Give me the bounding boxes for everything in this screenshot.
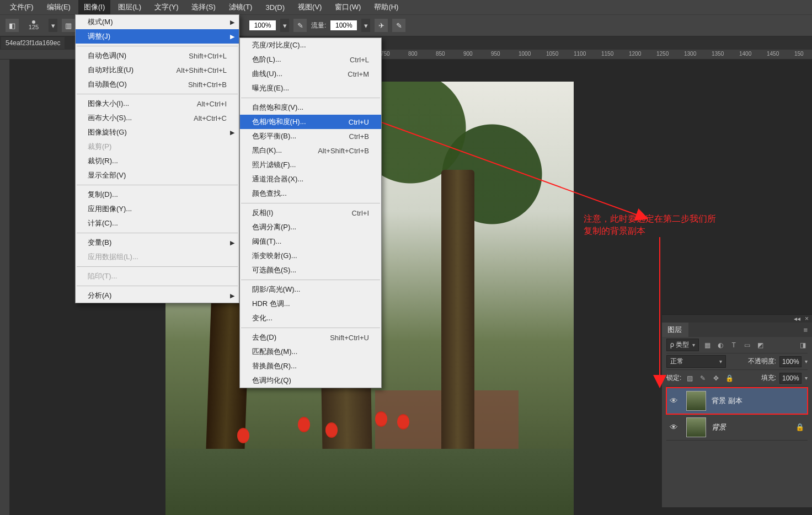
menu-window[interactable]: 窗口(W) bbox=[329, 0, 366, 14]
chevron-down-icon[interactable]: ▾ bbox=[805, 358, 808, 364]
menu-edit[interactable]: 编辑(E) bbox=[41, 0, 76, 14]
menu-item-可选颜色s[interactable]: 可选颜色(S)... bbox=[240, 263, 381, 277]
menu-item-反相i[interactable]: 反相(I)Ctrl+I bbox=[240, 206, 381, 220]
lock-transparency-icon[interactable]: ▨ bbox=[685, 373, 695, 383]
menu-item-色相饱和度h[interactable]: 色相/饱和度(H)...Ctrl+U bbox=[240, 115, 381, 129]
panel-collapse-bar[interactable]: ◂◂ × bbox=[662, 315, 812, 323]
menu-item-自动颜色o[interactable]: 自动颜色(O)Shift+Ctrl+B bbox=[76, 77, 239, 92]
submenu-arrow-icon: ▶ bbox=[230, 292, 234, 299]
menu-item-曲线u[interactable]: 曲线(U)...Ctrl+M bbox=[240, 67, 381, 81]
adjustments-submenu: 亮度/对比度(C)...色阶(L)...Ctrl+L曲线(U)...Ctrl+M… bbox=[239, 37, 382, 388]
visibility-icon[interactable]: 👁 bbox=[670, 396, 681, 405]
pressure-opacity-icon[interactable]: ✎ bbox=[293, 19, 307, 32]
blend-mode-dropdown[interactable]: 正常 ▾ bbox=[666, 355, 726, 368]
menu-item-阈值t[interactable]: 阈值(T)... bbox=[240, 234, 381, 249]
panel-menu-icon[interactable]: ≡ bbox=[799, 326, 812, 334]
menu-item-色调分离p[interactable]: 色调分离(P)... bbox=[240, 220, 381, 234]
ruler-tick: 150 bbox=[794, 51, 804, 57]
menu-item-变化[interactable]: 变化... bbox=[240, 311, 381, 325]
menu-item-计算c[interactable]: 计算(C)... bbox=[76, 216, 239, 230]
fill-value[interactable]: 100% bbox=[779, 373, 802, 384]
layer-name[interactable]: 背景 bbox=[712, 422, 726, 432]
menu-item-label: 匹配颜色(M)... bbox=[252, 347, 369, 357]
layers-panel: ◂◂ × 图层 ≡ ρ 类型 ▾ ▦ ◐ T ▭ ◩ ◨ 正常 ▾ 不透明度: bbox=[662, 314, 812, 507]
filter-toggle-icon[interactable]: ◨ bbox=[798, 340, 808, 350]
menu-item-色彩平衡b[interactable]: 色彩平衡(B)...Ctrl+B bbox=[240, 129, 381, 143]
layer-name[interactable]: 背景 副本 bbox=[712, 396, 742, 406]
filter-type-icon[interactable]: T bbox=[729, 340, 739, 350]
menu-item-颜色查找[interactable]: 颜色查找... bbox=[240, 186, 381, 201]
layer-thumbnail[interactable] bbox=[686, 417, 706, 437]
menu-layer[interactable]: 图层(L) bbox=[113, 0, 147, 14]
menu-item-替换颜色r[interactable]: 替换颜色(R)... bbox=[240, 359, 381, 373]
menu-item-分析a[interactable]: 分析(A)▶ bbox=[76, 288, 239, 303]
menu-item-应用数据组l: 应用数据组(L)... bbox=[76, 250, 239, 264]
menu-file[interactable]: 文件(F) bbox=[4, 0, 39, 14]
menu-item-色阶l[interactable]: 色阶(L)...Ctrl+L bbox=[240, 52, 381, 67]
menu-item-色调均化q[interactable]: 色调均化(Q) bbox=[240, 373, 381, 388]
pressure-size-icon[interactable]: ✎ bbox=[392, 19, 405, 32]
menu-item-渐变映射g[interactable]: 渐变映射(G)... bbox=[240, 249, 381, 263]
menu-item-应用图像y[interactable]: 应用图像(Y)... bbox=[76, 202, 239, 216]
ruler-tick: 850 bbox=[436, 51, 445, 57]
opacity-value[interactable]: 100% bbox=[249, 20, 276, 30]
filter-smart-icon[interactable]: ◩ bbox=[755, 340, 765, 350]
menu-item-亮度对比度c[interactable]: 亮度/对比度(C)... bbox=[240, 38, 381, 52]
brush-preview[interactable]: 125 bbox=[23, 20, 44, 30]
opacity-value[interactable]: 100% bbox=[779, 356, 802, 367]
lock-position-icon[interactable]: ✥ bbox=[711, 373, 721, 383]
chevron-down-icon: ▾ bbox=[719, 358, 722, 364]
layer-kind-dropdown[interactable]: ρ 类型 ▾ bbox=[666, 339, 699, 351]
chevron-down-icon[interactable]: ▾ bbox=[805, 375, 808, 381]
filter-adjust-icon[interactable]: ◐ bbox=[715, 340, 725, 350]
brush-panel-toggle-icon[interactable]: ▥ bbox=[62, 19, 75, 32]
menu-image[interactable]: 图像(I) bbox=[78, 0, 110, 14]
layer-list: 👁 背景 副本 👁 背景 🔒 bbox=[666, 388, 808, 441]
menu-item-图像大小i[interactable]: 图像大小(I)...Alt+Ctrl+I bbox=[76, 96, 239, 111]
menu-filter[interactable]: 滤镜(T) bbox=[223, 0, 258, 14]
menu-item-照片滤镜f[interactable]: 照片滤镜(F)... bbox=[240, 158, 381, 172]
filter-pixel-icon[interactable]: ▦ bbox=[702, 340, 712, 350]
menu-item-阴影高光w[interactable]: 阴影/高光(W)... bbox=[240, 282, 381, 297]
layer-thumbnail[interactable] bbox=[686, 391, 706, 411]
menu-item-曝光度e[interactable]: 曝光度(E)... bbox=[240, 81, 381, 95]
menu-item-变量b[interactable]: 变量(B)▶ bbox=[76, 235, 239, 250]
menu-item-通道混合器x[interactable]: 通道混合器(X)... bbox=[240, 172, 381, 186]
lantern-icon bbox=[237, 428, 249, 443]
lock-pixels-icon[interactable]: ✎ bbox=[698, 373, 708, 383]
menu-item-黑白k[interactable]: 黑白(K)...Alt+Shift+Ctrl+B bbox=[240, 143, 381, 158]
menu-select[interactable]: 选择(S) bbox=[186, 0, 221, 14]
layer-item-background[interactable]: 👁 背景 🔒 bbox=[666, 414, 808, 441]
brush-dropdown[interactable]: ▾ bbox=[49, 19, 57, 32]
menu-3d[interactable]: 3D(D) bbox=[260, 1, 290, 14]
filter-shape-icon[interactable]: ▭ bbox=[742, 340, 752, 350]
menu-view[interactable]: 视图(V) bbox=[292, 0, 327, 14]
lock-all-icon[interactable]: 🔒 bbox=[724, 373, 734, 383]
menu-item-匹配颜色m[interactable]: 匹配颜色(M)... bbox=[240, 345, 381, 359]
layer-item-background-copy[interactable]: 👁 背景 副本 bbox=[666, 388, 808, 414]
airbrush-icon[interactable]: ✈ bbox=[375, 19, 388, 32]
menu-item-模式m[interactable]: 模式(M)▶ bbox=[76, 15, 239, 29]
opacity-dropdown[interactable]: ▾ bbox=[280, 19, 289, 32]
menu-item-显示全部v[interactable]: 显示全部(V) bbox=[76, 168, 239, 183]
menu-help[interactable]: 帮助(H) bbox=[368, 0, 404, 14]
menu-item-label: 曝光度(E)... bbox=[252, 83, 369, 93]
menu-type[interactable]: 文字(Y) bbox=[149, 0, 184, 14]
menu-item-自动色调n[interactable]: 自动色调(N)Shift+Ctrl+L bbox=[76, 49, 239, 63]
visibility-icon[interactable]: 👁 bbox=[670, 422, 681, 432]
menu-item-复制d[interactable]: 复制(D)... bbox=[76, 187, 239, 202]
tab-layers[interactable]: 图层 bbox=[662, 323, 688, 337]
document-tab[interactable]: 54eaf23f1da169ec bbox=[1, 37, 65, 49]
menu-item-自动对比度u[interactable]: 自动对比度(U)Alt+Shift+Ctrl+L bbox=[76, 63, 239, 77]
menu-item-自然饱和度v[interactable]: 自然饱和度(V)... bbox=[240, 100, 381, 115]
menu-item-调整j[interactable]: 调整(J)▶ bbox=[76, 29, 239, 44]
menu-item-裁切r[interactable]: 裁切(R)... bbox=[76, 154, 239, 168]
ruler-tick: 1250 bbox=[656, 51, 669, 57]
menu-item-画布大小s[interactable]: 画布大小(S)...Alt+Ctrl+C bbox=[76, 111, 239, 125]
flow-dropdown[interactable]: ▾ bbox=[361, 19, 370, 32]
flow-value[interactable]: 100% bbox=[330, 20, 357, 30]
menu-item-hdr色调[interactable]: HDR 色调... bbox=[240, 297, 381, 311]
tool-preset-icon[interactable]: ◧ bbox=[6, 19, 19, 32]
menu-item-图像旋转g[interactable]: 图像旋转(G)▶ bbox=[76, 125, 239, 140]
menu-item-去色d[interactable]: 去色(D)Shift+Ctrl+U bbox=[240, 330, 381, 345]
